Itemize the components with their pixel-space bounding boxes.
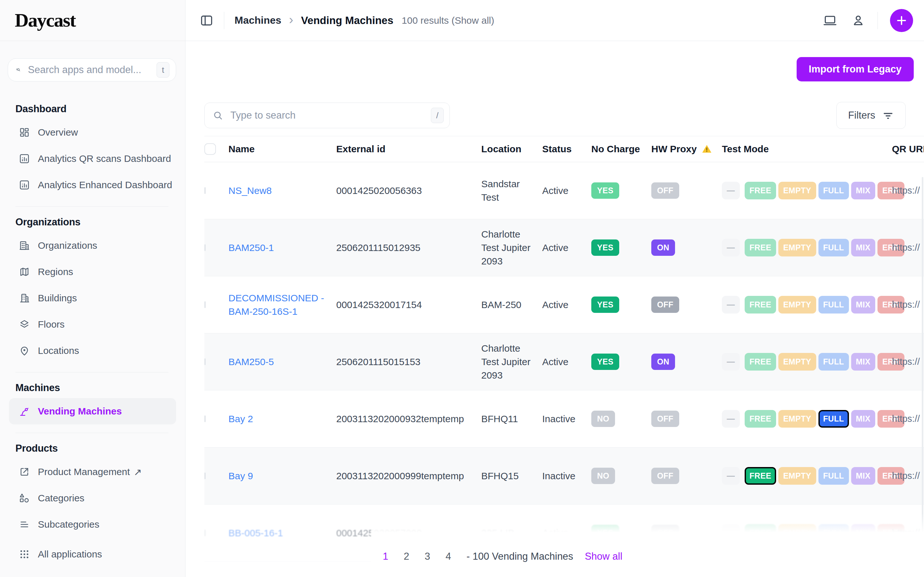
pagination-bar: 1 2 3 4 - 100 Vending Machines Show all [371, 536, 924, 577]
row-checkbox[interactable] [204, 472, 206, 479]
chart-box-icon [19, 153, 30, 164]
machine-name-link[interactable]: DECOMMISSIONED - BAM-250-16S-1 [228, 292, 336, 318]
sidebar-item-all-applications[interactable]: All applications [9, 541, 176, 567]
device-view-button[interactable] [823, 13, 837, 27]
test-mode-badge-empty[interactable]: EMPTY [779, 353, 816, 371]
test-mode-badge-free[interactable]: FREE [745, 296, 776, 314]
test-mode-badge-free[interactable]: FREE [745, 467, 776, 485]
table-search-input[interactable] [230, 109, 431, 121]
list-lines-icon [19, 519, 30, 530]
sidebar-toggle-button[interactable] [200, 13, 214, 27]
test-mode-badge-mix[interactable]: MIX [851, 296, 875, 314]
qr-url-link[interactable]: https:// [892, 300, 924, 310]
row-checkbox[interactable] [204, 358, 206, 365]
sidebar-divider [15, 433, 168, 433]
machine-name-link[interactable]: BAM250-1 [228, 241, 336, 255]
test-mode-badge-empty[interactable]: EMPTY [779, 182, 816, 199]
test-mode-cell: —FREEEMPTYFULLMIXERR [722, 296, 892, 314]
sidebar-item-analytics-qr-scans[interactable]: Analytics QR scans Dashboard [9, 145, 176, 172]
test-mode-badge-free[interactable]: FREE [745, 410, 776, 428]
user-account-button[interactable] [851, 13, 865, 27]
qr-url-link[interactable]: https:// [892, 242, 924, 253]
test-mode-badge-dash[interactable]: — [722, 239, 740, 256]
test-mode-badge-dash[interactable]: — [722, 353, 740, 371]
add-new-button[interactable] [890, 9, 913, 32]
sidebar-item-vending-machines[interactable]: Vending Machines [9, 398, 176, 424]
machine-name-link[interactable]: Bay 9 [228, 469, 336, 483]
test-mode-badge-full[interactable]: FULL [819, 182, 849, 199]
qr-url-link[interactable]: https:// [892, 414, 924, 424]
sidebar-search-input[interactable] [27, 64, 157, 76]
sidebar-item-label: Locations [38, 345, 79, 356]
test-mode-badge-empty[interactable]: EMPTY [779, 467, 816, 485]
machine-name-link[interactable]: Bay 2 [228, 412, 336, 426]
test-mode-badge-free[interactable]: FREE [745, 353, 776, 371]
test-mode-badge-dash[interactable]: — [722, 410, 740, 428]
laptop-icon [823, 13, 837, 27]
machine-name-link[interactable]: BB-005-16-1 [228, 526, 336, 540]
test-mode-badge-full[interactable]: FULL [819, 467, 849, 485]
page-button-1[interactable]: 1 [383, 551, 388, 562]
row-checkbox[interactable] [204, 416, 206, 422]
sidebar-item-label: Categories [38, 493, 84, 504]
test-mode-badge-full[interactable]: FULL [819, 296, 849, 314]
import-from-legacy-button[interactable]: Import from Legacy [796, 57, 914, 81]
breadcrumb-vending-machines[interactable]: Vending Machines [301, 15, 393, 27]
test-mode-badge-empty[interactable]: EMPTY [779, 239, 816, 256]
hw-proxy-cell: OFF [651, 182, 722, 199]
qr-url-link[interactable]: https:// [892, 471, 924, 481]
test-mode-badge-full[interactable]: FULL [819, 353, 849, 371]
table-search[interactable]: / [204, 103, 450, 128]
scrollbar[interactable] [922, 177, 923, 574]
test-mode-badge-empty[interactable]: EMPTY [779, 410, 816, 428]
test-mode-badge-dash[interactable]: — [722, 296, 740, 314]
sidebar-item-overview[interactable]: Overview [9, 119, 176, 145]
test-mode-badge-full[interactable]: FULL [819, 239, 849, 256]
row-checkbox[interactable] [204, 530, 206, 536]
sidebar-search[interactable]: t [8, 58, 176, 81]
row-checkbox[interactable] [204, 301, 206, 308]
sidebar-item-label: Overview [38, 127, 78, 138]
sidebar-item-regions[interactable]: Regions [9, 259, 176, 285]
select-all-checkbox[interactable] [204, 143, 216, 155]
test-mode-badge-full[interactable]: FULL [819, 410, 849, 428]
column-header-no-charge: No Charge [591, 143, 651, 155]
sidebar-item-subcategories[interactable]: Subcategories [9, 511, 176, 538]
test-mode-badge-free[interactable]: FREE [745, 182, 776, 199]
hw-proxy-cell: OFF [651, 468, 722, 484]
filters-button[interactable]: Filters [837, 102, 906, 129]
sidebar-item-organizations[interactable]: Organizations [9, 232, 176, 259]
test-mode-badge-empty[interactable]: EMPTY [779, 296, 816, 314]
page-button-2[interactable]: 2 [404, 551, 409, 562]
sidebar-item-categories[interactable]: Categories [9, 485, 176, 511]
show-all-link[interactable]: Show all [585, 551, 622, 562]
machine-name-link[interactable]: NS_New8 [228, 184, 336, 197]
test-mode-badge-dash[interactable]: — [722, 182, 740, 199]
test-mode-badge-mix[interactable]: MIX [851, 182, 875, 199]
machine-name-link[interactable]: BAM250-5 [228, 355, 336, 369]
test-mode-badge-dash[interactable]: — [722, 467, 740, 485]
filters-label: Filters [848, 110, 875, 121]
test-mode-badge-mix[interactable]: MIX [851, 239, 875, 256]
row-checkbox[interactable] [204, 244, 206, 251]
hw-proxy-badge: ON [651, 239, 675, 256]
sidebar-item-label: Product Management [38, 466, 130, 477]
qr-url-link[interactable]: https:// [892, 356, 924, 367]
test-mode-badge-mix[interactable]: MIX [851, 410, 875, 428]
hw-proxy-badge: OFF [651, 297, 679, 313]
sidebar-item-analytics-enhanced[interactable]: Analytics Enhanced Dashboard [9, 172, 176, 198]
sidebar-item-buildings[interactable]: Buildings [9, 285, 176, 311]
row-checkbox[interactable] [204, 187, 206, 194]
sidebar-item-floors[interactable]: Floors [9, 311, 176, 338]
page-button-4[interactable]: 4 [446, 551, 451, 562]
qr-url-link[interactable]: https:// [892, 185, 924, 196]
test-mode-badge-mix[interactable]: MIX [851, 467, 875, 485]
test-mode-cell: —FREEEMPTYFULLMIXERR [722, 353, 892, 371]
page-button-3[interactable]: 3 [425, 551, 430, 562]
table-row: BAM250-5 2506201115015153 Charlotte Test… [204, 334, 924, 390]
test-mode-badge-free[interactable]: FREE [745, 239, 776, 256]
breadcrumb-machines[interactable]: Machines [234, 15, 281, 26]
sidebar-item-product-management[interactable]: Product Management ↗ [9, 459, 176, 485]
test-mode-badge-mix[interactable]: MIX [851, 353, 875, 371]
sidebar-item-locations[interactable]: Locations [9, 338, 176, 364]
